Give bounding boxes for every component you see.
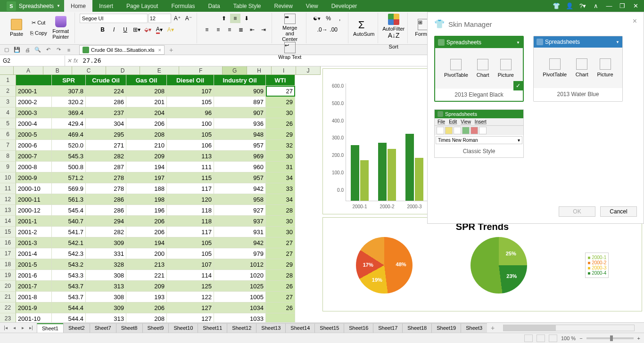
cell[interactable]: 286 bbox=[86, 194, 126, 205]
italic-button[interactable]: I bbox=[109, 25, 119, 34]
cell[interactable]: 1005 bbox=[214, 292, 266, 302]
cell[interactable]: 194 bbox=[126, 162, 167, 172]
cell[interactable]: 307.8 bbox=[52, 86, 86, 97]
cell[interactable]: 541.7 bbox=[52, 227, 86, 237]
cell[interactable]: 2001-6 bbox=[16, 270, 52, 281]
cell[interactable]: 520.0 bbox=[52, 140, 86, 151]
copy-button[interactable]: ⎘ Copy bbox=[28, 28, 49, 38]
cell[interactable]: 542.3 bbox=[52, 248, 86, 259]
cell[interactable]: 208 bbox=[126, 313, 167, 322]
cell[interactable]: 125 bbox=[167, 281, 214, 292]
select-all-corner[interactable] bbox=[0, 66, 14, 74]
cell[interactable]: 2001-9 bbox=[16, 302, 52, 313]
sheet-tab[interactable]: Sheet16 bbox=[344, 323, 373, 333]
cell[interactable]: 545.4 bbox=[52, 205, 86, 216]
shirt-icon[interactable]: 👕 bbox=[551, 2, 562, 9]
cell[interactable]: 2001-3 bbox=[16, 237, 52, 248]
col-header-E[interactable]: E bbox=[140, 66, 180, 74]
cell[interactable]: 282 bbox=[86, 151, 126, 162]
col-header-B[interactable]: B bbox=[43, 66, 72, 74]
sheet-tab[interactable]: Sheet2 bbox=[63, 323, 90, 333]
cell[interactable]: 294 bbox=[86, 216, 126, 227]
row-header[interactable]: 10 bbox=[0, 172, 16, 183]
cell[interactable]: 208 bbox=[126, 129, 167, 140]
cell[interactable]: 122 bbox=[167, 292, 214, 302]
cell[interactable]: 1012 bbox=[214, 259, 266, 270]
align-bottom-button[interactable]: ⬇ bbox=[241, 14, 252, 23]
cell[interactable]: 295 bbox=[86, 129, 126, 140]
cell[interactable]: 313 bbox=[86, 313, 126, 322]
cell[interactable]: 969 bbox=[214, 151, 266, 162]
col-header-H[interactable]: H bbox=[247, 66, 272, 74]
cell[interactable]: 543.7 bbox=[52, 292, 86, 302]
cell[interactable]: 328 bbox=[86, 259, 126, 270]
cell[interactable]: 309 bbox=[86, 237, 126, 248]
qa-new-button[interactable]: ▢ bbox=[2, 46, 11, 54]
cell[interactable]: 942 bbox=[214, 183, 266, 194]
cell[interactable]: 120 bbox=[167, 194, 214, 205]
cell[interactable]: 209 bbox=[126, 151, 167, 162]
paste-button[interactable]: Paste bbox=[6, 14, 27, 42]
qa-undo-button[interactable]: ↶ bbox=[43, 46, 53, 54]
header-cell[interactable]: WTI bbox=[266, 75, 295, 86]
font-size-select[interactable] bbox=[149, 14, 171, 23]
view-normal-button[interactable] bbox=[524, 335, 533, 342]
cell[interactable]: 544.4 bbox=[52, 313, 86, 322]
cell[interactable]: 111 bbox=[167, 162, 214, 172]
cell[interactable]: 278 bbox=[86, 172, 126, 183]
cell[interactable]: 221 bbox=[126, 270, 167, 281]
row-header[interactable]: 22 bbox=[0, 302, 16, 313]
menu-tab-formulas[interactable]: Formulas bbox=[165, 0, 201, 12]
cell[interactable]: 27 bbox=[266, 86, 295, 97]
cell[interactable]: 127 bbox=[167, 302, 214, 313]
cut-button[interactable]: ✂ Cut bbox=[28, 18, 49, 27]
cell[interactable]: 118 bbox=[167, 205, 214, 216]
cell[interactable]: 540.7 bbox=[52, 216, 86, 227]
row-header[interactable]: 20 bbox=[0, 281, 16, 292]
decimal-inc-button[interactable]: .0→ bbox=[317, 25, 328, 34]
sheet-tab[interactable]: Sheet13 bbox=[256, 323, 286, 333]
row-header[interactable]: 2 bbox=[0, 86, 16, 97]
file-tab[interactable]: Crude Oil Sto...Situation.xls × bbox=[79, 45, 165, 55]
sheet-nav-last[interactable]: ▸| bbox=[27, 325, 35, 330]
cell[interactable]: 500.8 bbox=[52, 162, 86, 172]
sheet-tab[interactable]: Sheet9 bbox=[142, 323, 169, 333]
cell[interactable]: 2000-9 bbox=[16, 172, 52, 183]
cell[interactable]: 2000-7 bbox=[16, 151, 52, 162]
row-header[interactable]: 9 bbox=[0, 162, 16, 172]
row-header[interactable]: 5 bbox=[0, 118, 16, 129]
cell[interactable]: 127 bbox=[167, 313, 214, 322]
cell[interactable]: 936 bbox=[214, 118, 266, 129]
cell[interactable]: 204 bbox=[126, 107, 167, 118]
row-header[interactable]: 1 bbox=[0, 75, 16, 86]
cell[interactable]: 213 bbox=[126, 259, 167, 270]
cell[interactable]: 206 bbox=[126, 302, 167, 313]
format-painter-button[interactable]: Format Painter bbox=[50, 14, 72, 42]
cell[interactable]: 105 bbox=[167, 97, 214, 107]
name-box[interactable]: G2 bbox=[0, 56, 65, 66]
header-cell[interactable]: Diesel Oil bbox=[167, 75, 214, 86]
cell[interactable]: 543.3 bbox=[52, 270, 86, 281]
cell[interactable]: 369.4 bbox=[52, 107, 86, 118]
align-top-button[interactable]: ⬆ bbox=[219, 14, 229, 23]
menu-tab-review[interactable]: Review bbox=[267, 0, 299, 12]
cell[interactable]: 117 bbox=[167, 183, 214, 194]
row-header[interactable]: 19 bbox=[0, 270, 16, 281]
cell[interactable]: 907 bbox=[214, 107, 266, 118]
underline-button[interactable]: U bbox=[120, 25, 131, 34]
cell[interactable]: 2001-2 bbox=[16, 227, 52, 237]
cell[interactable]: 2000-12 bbox=[16, 205, 52, 216]
sheet-tab[interactable]: Sheet11 bbox=[198, 323, 227, 333]
cell[interactable]: 105 bbox=[167, 129, 214, 140]
qa-preview-button[interactable]: 🔍 bbox=[33, 46, 42, 54]
cell[interactable]: 2001-5 bbox=[16, 259, 52, 270]
cell[interactable]: 224 bbox=[86, 86, 126, 97]
maximize-icon[interactable]: ❐ bbox=[617, 2, 628, 9]
row-header[interactable]: 23 bbox=[0, 313, 16, 322]
border-button[interactable]: ⊞▾ bbox=[132, 25, 142, 34]
indent-inc-button[interactable]: ⇥ bbox=[258, 25, 269, 34]
zoom-out-button[interactable]: − bbox=[579, 335, 582, 341]
menu-tab-data[interactable]: Data bbox=[201, 0, 226, 12]
cell[interactable]: 113 bbox=[167, 151, 214, 162]
zoom-in-button[interactable]: + bbox=[637, 335, 640, 341]
